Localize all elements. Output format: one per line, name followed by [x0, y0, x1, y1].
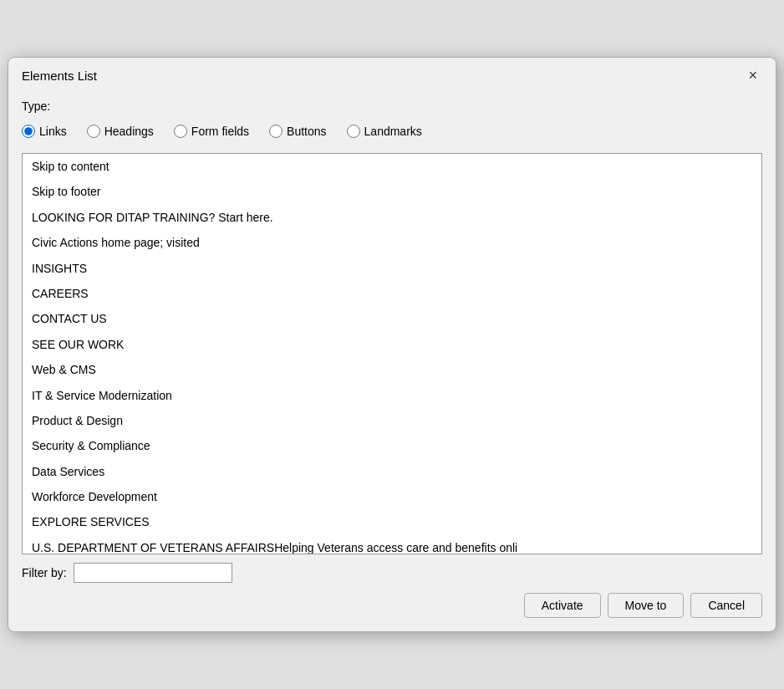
filter-input[interactable]	[74, 563, 232, 583]
radio-option-buttons[interactable]: Buttons	[269, 125, 326, 138]
radio-option-landmarks[interactable]: Landmarks	[347, 125, 422, 138]
elements-list[interactable]: Skip to contentSkip to footerLOOKING FOR…	[22, 153, 762, 554]
list-item[interactable]: IT & Service Modernization	[23, 383, 761, 408]
radio-option-form-fields[interactable]: Form fields	[174, 125, 249, 138]
list-item[interactable]: LOOKING FOR DITAP TRAINING? Start here.	[23, 205, 761, 230]
radio-option-headings[interactable]: Headings	[87, 125, 154, 138]
move-to-button[interactable]: Move to	[608, 593, 685, 618]
list-item[interactable]: Product & Design	[23, 408, 761, 433]
filter-label: Filter by:	[22, 566, 67, 579]
list-item[interactable]: SEE OUR WORK	[23, 332, 761, 357]
list-item[interactable]: Civic Actions home page; visited	[23, 230, 761, 255]
radio-headings[interactable]	[87, 125, 100, 138]
radio-landmarks[interactable]	[347, 125, 360, 138]
type-label: Type:	[22, 100, 762, 113]
list-item[interactable]: CAREERS	[23, 281, 761, 306]
button-row: Activate Move to Cancel	[22, 593, 762, 621]
list-item[interactable]: Data Services	[23, 459, 761, 484]
radio-landmarks-label: Landmarks	[364, 125, 422, 138]
list-item[interactable]: Workforce Development	[23, 484, 761, 509]
list-item[interactable]: U.S. DEPARTMENT OF VETERANS AFFAIRSHelpi…	[23, 535, 761, 554]
radio-group: Links Headings Form fields Buttons Landm…	[22, 120, 762, 143]
cancel-button[interactable]: Cancel	[690, 593, 762, 618]
close-button[interactable]: ×	[743, 66, 762, 84]
radio-option-links[interactable]: Links	[22, 125, 67, 138]
radio-form-fields-label: Form fields	[191, 125, 249, 138]
radio-form-fields[interactable]	[174, 125, 187, 138]
list-item[interactable]: Web & CMS	[23, 357, 761, 382]
elements-list-dialog: Elements List × Type: Links Headings For…	[8, 57, 776, 632]
radio-links-label: Links	[39, 125, 67, 138]
activate-button[interactable]: Activate	[524, 593, 601, 618]
list-item[interactable]: EXPLORE SERVICES	[23, 509, 761, 534]
list-item[interactable]: Skip to content	[23, 154, 761, 179]
list-item[interactable]: INSIGHTS	[23, 256, 761, 281]
dialog-body: Type: Links Headings Form fields Buttons	[8, 93, 776, 631]
radio-buttons[interactable]	[269, 125, 283, 138]
radio-links[interactable]	[22, 125, 35, 138]
list-item[interactable]: Skip to footer	[23, 179, 761, 204]
dialog-title: Elements List	[22, 69, 97, 83]
list-item[interactable]: CONTACT US	[23, 306, 761, 331]
filter-row: Filter by:	[22, 563, 762, 583]
dialog-titlebar: Elements List ×	[8, 58, 776, 93]
list-item[interactable]: Security & Compliance	[23, 433, 761, 458]
radio-headings-label: Headings	[104, 125, 154, 138]
radio-buttons-label: Buttons	[287, 125, 326, 138]
